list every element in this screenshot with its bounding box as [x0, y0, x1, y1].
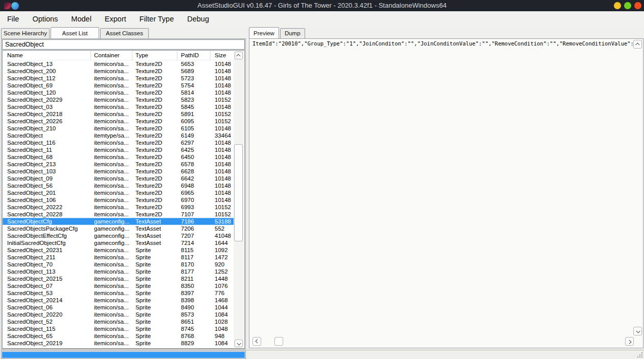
table-cell: itemtype/sa... — [91, 132, 132, 139]
table-row[interactable]: SacredObject_53itemicon/sa...Sprite83977… — [3, 289, 234, 297]
column-header-size[interactable]: Size — [211, 51, 234, 60]
table-cell: 8397 — [177, 289, 211, 297]
tab-asset-classes[interactable]: Asset Classes — [100, 28, 149, 38]
table-row[interactable]: SacredObject_69itemicon/sa...Texture2D57… — [3, 82, 234, 89]
table-row[interactable]: SacredObject_200itemicon/sa...Texture2D5… — [3, 68, 234, 75]
table-row[interactable]: SacredObject_210itemicon/sa...Texture2D6… — [3, 125, 234, 132]
table-row[interactable]: SacredObject_11itemicon/sa...Texture2D64… — [3, 146, 234, 153]
table-cell: 10148 — [211, 196, 234, 204]
table-row[interactable]: SacredObject_09itemicon/sa...Texture2D66… — [3, 175, 234, 182]
table-row[interactable]: SacredObject_65itemicon/sa...Sprite87689… — [3, 332, 234, 340]
table-cell: itemicon/sa... — [91, 96, 132, 103]
menu-filter-type[interactable]: Filter Type — [133, 11, 180, 27]
tab-asset-list[interactable]: Asset List — [51, 27, 99, 38]
table-row[interactable]: SacredObject_13itemicon/sa...Texture2D56… — [3, 60, 234, 68]
column-header-container[interactable]: Container — [91, 51, 132, 60]
table-row[interactable]: SacredObjectCfggameconfig...TextAsset718… — [3, 218, 234, 225]
table-cell: 10148 — [211, 125, 234, 132]
tab-dump[interactable]: Dump — [280, 28, 305, 38]
close-button[interactable] — [634, 2, 641, 9]
resize-grip[interactable] — [637, 352, 642, 357]
table-row[interactable]: SacredObject_20218itemicon/sa...Texture2… — [3, 110, 234, 118]
preview-scroll-left-button[interactable] — [252, 337, 261, 346]
tab-preview[interactable]: Preview — [249, 27, 279, 38]
table-row[interactable]: SacredObject_211itemicon/sa...Sprite8117… — [3, 254, 234, 261]
column-header-type[interactable]: Type — [132, 51, 177, 60]
table-row[interactable]: SacredObject_213itemicon/sa...Texture2D6… — [3, 161, 234, 168]
menu-options[interactable]: Options — [26, 11, 64, 27]
table-row[interactable]: SacredObjectitemtype/sa...Texture2D61493… — [3, 132, 234, 139]
table-row[interactable]: SacredObject_20226itemicon/sa...Texture2… — [3, 118, 234, 125]
table-row[interactable]: SacredObject_20231itemicon/sa...Sprite81… — [3, 246, 234, 254]
table-row[interactable]: InitialSacredObjectCfggameconfig...TextA… — [3, 239, 234, 246]
table-row[interactable]: SacredObject_20220itemicon/sa...Sprite85… — [3, 311, 234, 318]
table-row[interactable]: SacredObject_120itemicon/sa...Texture2D5… — [3, 89, 234, 96]
table-cell: SacredObject_11 — [3, 146, 91, 153]
column-header-name[interactable]: Name — [3, 51, 91, 60]
table-row[interactable]: SacredObject_20222itemicon/sa...Texture2… — [3, 204, 234, 211]
chevron-up-icon — [635, 42, 639, 47]
table-row[interactable]: SacredObject_103itemicon/sa...Texture2D6… — [3, 168, 234, 175]
table-row[interactable]: SacredObject_56itemicon/sa...Texture2D69… — [3, 182, 234, 189]
scroll-up-button[interactable] — [235, 52, 243, 59]
table-row[interactable]: SacredObject_201itemicon/sa...Texture2D6… — [3, 189, 234, 196]
table-row[interactable]: SacredObject_20229itemicon/sa...Texture2… — [3, 96, 234, 103]
table-row[interactable]: SacredObject_106itemicon/sa...Texture2D6… — [3, 196, 234, 204]
preview-scroll-up-button[interactable] — [633, 40, 642, 49]
table-row[interactable]: SacredObject_68itemicon/sa...Texture2D64… — [3, 153, 234, 161]
search-input[interactable] — [2, 39, 245, 50]
table-cell: 5845 — [177, 103, 211, 110]
table-cell: Sprite — [132, 325, 177, 332]
table-vertical-scrollbar[interactable] — [234, 51, 244, 348]
minimize-button[interactable] — [614, 2, 621, 9]
table-row[interactable]: SacredObject_20219itemicon/sa...Sprite88… — [3, 340, 234, 347]
table-cell: SacredObject_07 — [3, 282, 91, 289]
maximize-button[interactable] — [624, 2, 631, 9]
preview-scroll-right-button[interactable] — [625, 337, 634, 346]
preview-scroll-down-button[interactable] — [633, 327, 642, 335]
table-cell: itemicon/sa... — [91, 175, 132, 182]
menu-debug[interactable]: Debug — [180, 11, 216, 27]
table-cell: itemicon/sa... — [91, 110, 132, 118]
table-row[interactable]: SacredObject_20215itemicon/sa...Sprite82… — [3, 275, 234, 282]
table-cell: 10152 — [211, 110, 234, 118]
table-cell: SacredObject_103 — [3, 168, 91, 175]
table-cell: 10148 — [211, 89, 234, 96]
preview-text: ItemId":"20010","Group_Type":"1","JoinCo… — [252, 40, 636, 49]
table-scrollbar-thumb[interactable] — [234, 144, 243, 241]
table-row[interactable]: SacredObject_03itemicon/sa...Texture2D58… — [3, 103, 234, 110]
table-cell: 7207 — [177, 232, 211, 239]
tab-scene-hierarchy[interactable]: Scene Hierarchy — [1, 28, 50, 38]
menu-file[interactable]: File — [1, 11, 26, 27]
table-cell: SacredObject_13 — [3, 60, 91, 68]
right-tab-strip: PreviewDump — [249, 27, 643, 38]
table-row[interactable]: SacredObject_112itemicon/sa...Texture2D5… — [3, 75, 234, 82]
table-row[interactable]: SacredObject_07itemicon/sa...Sprite83501… — [3, 282, 234, 289]
table-row[interactable]: SacredObjectsPackageCfggameconfig...Text… — [3, 225, 234, 232]
menu-model[interactable]: Model — [64, 11, 98, 27]
menu-export[interactable]: Export — [98, 11, 133, 27]
table-row[interactable]: SacredObject_113itemicon/sa...Sprite8177… — [3, 268, 234, 275]
table-row[interactable]: SacredObject_20228itemicon/sa...Texture2… — [3, 211, 234, 218]
preview-hscrollbar-thumb[interactable] — [274, 337, 283, 346]
table-row[interactable]: SacredObject_70itemicon/sa...Sprite81709… — [3, 261, 234, 268]
table-row[interactable]: SacredObjectEffectCfggameconfig...TextAs… — [3, 232, 234, 239]
table-cell: 7206 — [177, 225, 211, 232]
table-row[interactable]: SacredObject_20214itemicon/sa...Sprite83… — [3, 297, 234, 304]
table-row[interactable]: SacredObject_115itemicon/sa...Sprite8745… — [3, 325, 234, 332]
table-cell: 10152 — [211, 204, 234, 211]
scroll-down-button[interactable] — [235, 340, 243, 347]
title-bar: AssetStudioGUI v0.16.47 - Girls of The T… — [0, 0, 644, 11]
table-cell: SacredObjectCfg — [3, 218, 91, 225]
table-cell: itemicon/sa... — [91, 75, 132, 82]
column-header-pathid[interactable]: PathID — [177, 51, 211, 60]
table-cell: SacredObject_20215 — [3, 275, 91, 282]
table-row[interactable]: SacredObject_116itemicon/sa...Texture2D6… — [3, 139, 234, 146]
table-cell: 7186 — [177, 218, 211, 225]
table-cell: 10148 — [211, 161, 234, 168]
table-row[interactable]: SacredObject_06itemicon/sa...Sprite84901… — [3, 304, 234, 311]
table-cell: SacredObject_03 — [3, 103, 91, 110]
table-cell: SacredObject_213 — [3, 161, 91, 168]
table-cell: Texture2D — [132, 132, 177, 139]
table-row[interactable]: SacredObject_52itemicon/sa...Sprite86511… — [3, 318, 234, 325]
